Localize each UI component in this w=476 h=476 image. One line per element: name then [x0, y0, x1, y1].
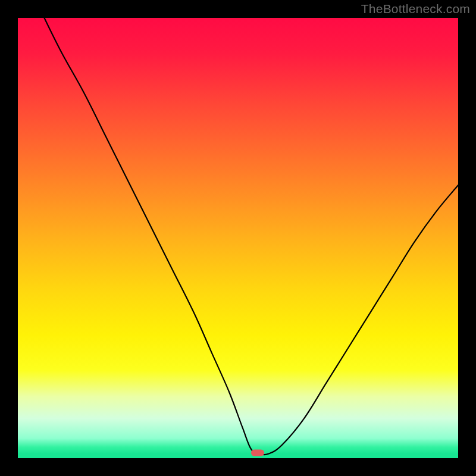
plot-area: [18, 18, 458, 458]
bottleneck-curve: [18, 18, 458, 458]
watermark-text: TheBottleneck.com: [361, 2, 470, 16]
optimal-point-marker: [251, 450, 264, 456]
chart-frame: TheBottleneck.com: [0, 0, 476, 476]
